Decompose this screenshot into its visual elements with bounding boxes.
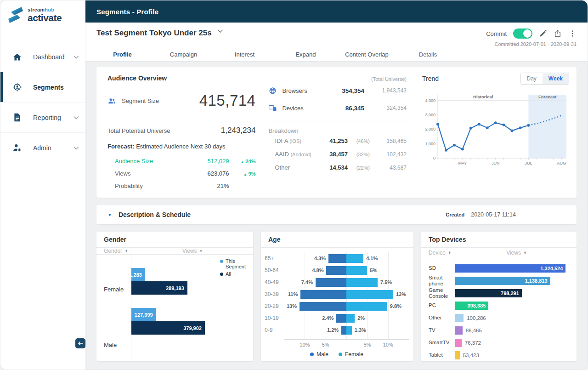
female-value-label: 7.5% [380, 279, 392, 285]
row-label: Other [275, 164, 290, 171]
divider [268, 121, 407, 121]
male-value-label: 13% [287, 303, 297, 309]
row-label: Browsers [282, 87, 331, 94]
device-bar [455, 326, 463, 335]
data-point [503, 124, 505, 126]
sidebar-item-label: Segments [33, 84, 79, 91]
female-value-label: 5% [370, 268, 377, 273]
expand-collapse-icon[interactable]: ▼ [107, 212, 112, 217]
row-value: 86,345 [331, 105, 364, 112]
data-point [445, 149, 447, 152]
streamhub-logo-icon [8, 6, 23, 23]
sidebar-item-label: Admin [33, 144, 74, 152]
sort-icon[interactable]: ▲▼ [125, 250, 128, 253]
segment-title-chevron-icon[interactable] [217, 29, 223, 33]
brand-logo[interactable]: streamhub activate [0, 0, 85, 29]
historical-label: Historical [473, 94, 493, 99]
toggle-day-button[interactable]: Day [521, 73, 543, 84]
x-tick-label: JUL [525, 161, 532, 165]
brand-stream: stream [28, 7, 45, 12]
collapse-sidebar-button[interactable] [75, 338, 85, 348]
commit-label: Commit [486, 30, 507, 37]
kebab-menu-icon[interactable] [568, 29, 577, 38]
commit-toggle[interactable] [513, 28, 532, 39]
male-value-label: 4.8% [312, 268, 323, 273]
row-universe: 43,687 [370, 165, 407, 171]
bar-value-label: 127,399 [135, 312, 153, 318]
chevron-down-icon [74, 55, 79, 59]
female-bar [346, 314, 355, 323]
sidebar-item-segments[interactable]: Segments [0, 72, 85, 102]
globe-icon [268, 86, 277, 95]
age-legend: MaleFemale [265, 349, 409, 361]
sort-icon[interactable]: ▲▼ [199, 250, 202, 253]
devices-icon [268, 104, 277, 113]
devices-table-header: Device ▲▼ Views ▲▼ [421, 248, 577, 258]
gender-card-title: Gender [96, 232, 253, 248]
row-universe: 102,432 [370, 151, 407, 158]
female-bar [346, 254, 363, 263]
bar-this-segment: 71,283 [131, 268, 145, 281]
device-bar-row: 53,423 [455, 349, 572, 361]
row-value: 512,029 [195, 158, 229, 165]
y-tick-label: 3,000 [425, 113, 435, 117]
sidebar-item-admin[interactable]: Admin [0, 133, 85, 163]
up-arrow-icon: ▲ [243, 172, 247, 176]
created-value: 2020-05-17 11:14 [471, 211, 516, 218]
sort-icon[interactable]: ▲▼ [448, 251, 451, 255]
male-half: 2.4% [284, 312, 346, 324]
gender-chart: FemaleMale 71,283289,193127,399379,902 T… [96, 255, 253, 366]
sort-icon[interactable]: ▲▼ [524, 251, 526, 255]
breakdown-label: Breakdown [268, 127, 407, 134]
age-category-label: 50-64 [265, 267, 284, 273]
device-bar-row: 76,372 [455, 336, 572, 349]
age-row: 20-2913%9.8% [265, 300, 409, 312]
x-tick-label: AUG [557, 161, 566, 165]
male-half: 4.8% [284, 264, 346, 276]
overview-left-column: Audience Overview Segment Size 415,714 T… [96, 67, 266, 198]
forecast-row-probability: Probability 21% ▲0 [107, 180, 255, 192]
audience-overview-title: Audience Overview [107, 74, 255, 82]
device-bar [455, 339, 462, 347]
bar-value-label: 1,138,813 [525, 278, 548, 284]
device-label: SmartTV [421, 336, 454, 349]
device-bar: 798,291 [455, 289, 522, 297]
edit-icon[interactable] [539, 29, 547, 38]
device-bar-row: 798,291 [455, 287, 572, 299]
column-header-views: Views [182, 248, 197, 254]
export-icon[interactable] [554, 29, 562, 38]
sidebar-item-reporting[interactable]: Reporting [0, 102, 85, 133]
device-label: SD [421, 262, 454, 274]
row-value: 623,076 [195, 170, 229, 177]
bar-value-label: 289,193 [166, 285, 184, 291]
x-tick-label: MAY [458, 161, 467, 165]
data-point [436, 123, 439, 125]
male-bar [300, 290, 346, 299]
devices-bar-chart: SDSmart phoneGame ConsolePCOtherTVSmartT… [421, 258, 577, 361]
gender-card: Gender Gender ▲▼ Views ▲▼ FemaleMale 71,… [96, 232, 253, 361]
toggle-week-button[interactable]: Week [543, 73, 569, 84]
data-point [469, 127, 472, 130]
column-header-device: Device [429, 250, 446, 256]
age-category-label: 0-9 [265, 327, 284, 333]
age-card: Age 65+4.3%4.1%50-644.8%5%40-497.4%7.5%3… [261, 232, 413, 361]
row-universe: 324,354 [364, 105, 407, 111]
forecast-heading: Forecast: Estimated Audience Next 30 day… [107, 143, 255, 150]
total-universe-header: (Total Universe) [268, 76, 407, 82]
female-half: 1.3% [346, 324, 409, 336]
gender-bar-group: 127,399379,902 [131, 308, 251, 335]
admin-icon [12, 143, 22, 153]
bar-value-label: 86,465 [466, 328, 482, 333]
forecast-row-views: Views 623,076 ▲9% [107, 167, 255, 180]
axis-tick-label: 5% [322, 342, 329, 347]
overview-middle-column: (Total Universe) Browsers 354,354 1,943,… [266, 67, 418, 198]
age-pyramid-row: 13%9.8% [284, 300, 409, 312]
age-pyramid-row: 1.2%1.3% [284, 324, 409, 336]
bar-value-label: 100,286 [467, 315, 486, 321]
sidebar-item-dashboard[interactable]: Dashboard [0, 42, 85, 72]
data-point [486, 126, 489, 129]
divider [107, 118, 255, 118]
male-bar [336, 314, 346, 323]
device-bar-row: 100,286 [455, 312, 572, 324]
sidebar-menu: Dashboard Segments [0, 42, 85, 163]
